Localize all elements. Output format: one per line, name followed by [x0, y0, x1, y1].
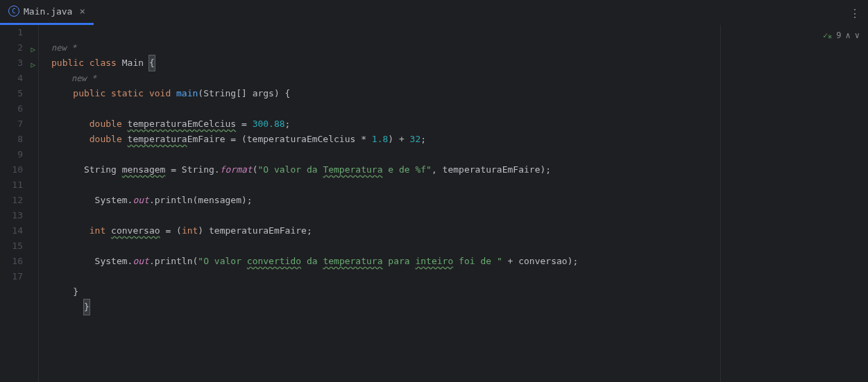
code-line[interactable]: public class Main { — [51, 55, 868, 71]
code-line[interactable]: int conversao = (int) temperaturaEmFaire… — [51, 223, 868, 238]
code-line[interactable]: String mensagem = String.format("O valor… — [51, 162, 868, 177]
code-line[interactable] — [51, 101, 868, 116]
class-file-icon: C — [8, 6, 19, 17]
code-line[interactable] — [51, 208, 868, 223]
line-number[interactable]: 14 — [0, 223, 38, 238]
code-line[interactable]: System.out.println(mensagem); — [51, 193, 868, 208]
line-number[interactable]: 8 — [0, 132, 38, 147]
editor[interactable]: 1 2▷ 3▷ 4 5 6 7 8 9 10 11 12 13 14 15 16… — [0, 25, 868, 382]
line-number[interactable]: 1 — [0, 25, 38, 40]
line-number[interactable]: 7 — [0, 116, 38, 132]
tab-filename: Main.java — [24, 6, 72, 17]
line-number[interactable]: 10 — [0, 162, 38, 177]
code-line[interactable]: } — [51, 299, 868, 315]
code-line[interactable] — [51, 25, 868, 40]
file-tab[interactable]: C Main.java × — [0, 0, 94, 25]
code-line[interactable]: public static void main(String[] args) { — [51, 86, 868, 101]
inlay-hint: new * — [51, 71, 868, 86]
line-number[interactable]: 17 — [0, 269, 38, 284]
line-number[interactable]: 4 — [0, 71, 38, 86]
close-icon[interactable]: × — [79, 6, 85, 17]
more-menu-icon[interactable]: ⋮ — [849, 7, 861, 20]
line-number[interactable]: 16 — [0, 254, 38, 269]
line-number[interactable]: 15 — [0, 238, 38, 254]
gutter[interactable]: 1 2▷ 3▷ 4 5 6 7 8 9 10 11 12 13 14 15 16… — [0, 25, 39, 382]
code-line[interactable]: System.out.println("O valor convertido d… — [51, 254, 868, 269]
line-number[interactable]: 12 — [0, 193, 38, 208]
line-number[interactable]: 9 — [0, 147, 38, 162]
code-line[interactable] — [51, 238, 868, 254]
code-line[interactable]: } — [51, 284, 868, 299]
code-line[interactable] — [51, 269, 868, 284]
line-number[interactable]: 13 — [0, 208, 38, 223]
code-content[interactable]: new * public class Main { new * public s… — [51, 25, 868, 382]
line-number[interactable]: 2▷ — [0, 40, 38, 55]
code-line[interactable]: double temperaturaEmCelcius = 300.88; — [51, 116, 868, 132]
line-number[interactable]: 5 — [0, 86, 38, 101]
code-line[interactable] — [51, 147, 868, 162]
line-number[interactable]: 3▷ — [0, 55, 38, 71]
code-line[interactable]: double temperaturaEmFaire = (temperatura… — [51, 132, 868, 147]
code-line[interactable] — [51, 177, 868, 193]
line-number[interactable]: 11 — [0, 177, 38, 193]
gutter-margin — [39, 25, 51, 382]
inlay-hint: new * — [51, 40, 868, 55]
tab-bar: C Main.java × ⋮ — [0, 0, 868, 25]
line-number[interactable]: 6 — [0, 101, 38, 116]
